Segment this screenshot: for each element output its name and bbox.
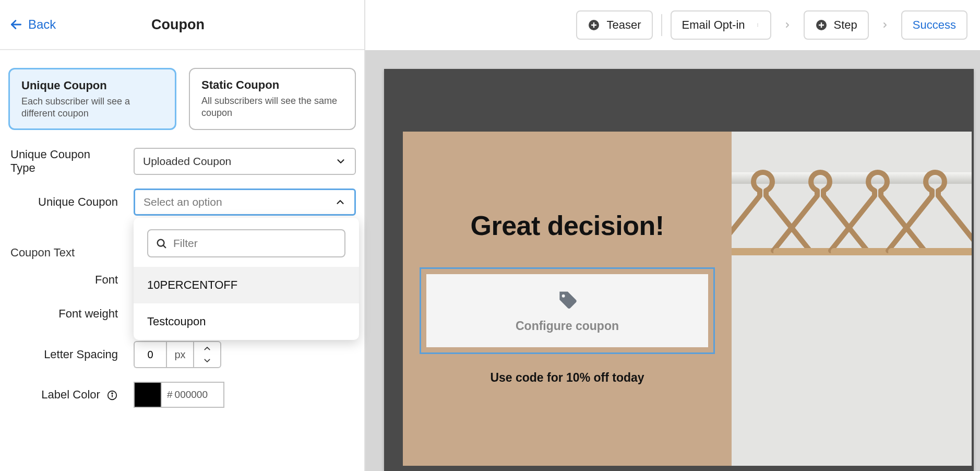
- label-unique-coupon: Unique Coupon: [8, 195, 134, 209]
- card-desc: All subscribers will see the same coupon: [201, 95, 343, 119]
- preview-modal: Great decision! Configure coupon Use cod…: [403, 132, 972, 466]
- svg-point-16: [562, 294, 565, 297]
- color-hex[interactable]: #000000: [161, 382, 224, 408]
- more-vert-icon: [756, 20, 760, 30]
- panel-header: Back Coupon: [0, 0, 364, 50]
- dropdown-option[interactable]: Testcoupon: [134, 303, 359, 340]
- label-letter-spacing: Letter Spacing: [8, 348, 134, 361]
- info-icon: [106, 390, 118, 401]
- back-button[interactable]: Back: [9, 17, 56, 32]
- select-unique-coupon-type[interactable]: Uploaded Coupon: [134, 148, 356, 175]
- svg-point-12: [757, 26, 758, 27]
- step-success[interactable]: Success: [901, 10, 967, 40]
- svg-line-2: [163, 245, 165, 248]
- chevron-down-icon: [203, 358, 211, 364]
- left-panel: Back Coupon Unique Coupon Each subscribe…: [0, 0, 365, 471]
- card-title: Unique Coupon: [21, 79, 163, 92]
- coupon-selection-outline: Configure coupon: [420, 267, 715, 354]
- chevron-down-icon: [335, 156, 346, 167]
- label-label-color: Label Color: [8, 388, 134, 402]
- unique-coupon-dropdown: 10PERCENTOFF Testcoupon: [134, 218, 359, 340]
- svg-point-10: [757, 23, 758, 24]
- arrow-left-icon: [9, 18, 23, 31]
- page-title: Coupon: [151, 17, 205, 33]
- configure-coupon-text: Configure coupon: [516, 319, 619, 333]
- label-font-weight: Font weight: [8, 307, 134, 321]
- row-unique-coupon: Unique Coupon Select an option: [8, 189, 356, 216]
- card-static-coupon[interactable]: Static Coupon All subscribers will see t…: [189, 68, 356, 130]
- chevron-right-icon: [783, 21, 792, 29]
- row-unique-coupon-type: Unique Coupon Type Uploaded Coupon: [8, 148, 356, 175]
- step-add-step[interactable]: Step: [804, 10, 869, 40]
- step-nav: Teaser Email Opt-in Step Success: [365, 0, 980, 50]
- stepper-up[interactable]: [194, 342, 220, 355]
- letter-spacing-unit: px: [166, 341, 193, 368]
- chevron-up-icon: [203, 345, 211, 351]
- svg-point-11: [757, 25, 758, 25]
- card-unique-coupon[interactable]: Unique Coupon Each subscriber will see a…: [8, 68, 176, 130]
- step-teaser[interactable]: Teaser: [576, 10, 652, 40]
- step-label: Teaser: [606, 18, 641, 32]
- select-placeholder: Select an option: [144, 196, 222, 208]
- step-divider: [661, 14, 662, 36]
- card-desc: Each subscriber will see a different cou…: [21, 96, 163, 119]
- card-title: Static Coupon: [201, 78, 343, 92]
- select-unique-coupon[interactable]: Select an option: [134, 189, 356, 216]
- step-chevron: [780, 17, 795, 33]
- plus-circle-icon: [815, 19, 828, 31]
- step-chevron: [877, 17, 893, 33]
- svg-rect-20: [888, 248, 972, 255]
- search-icon: [156, 238, 167, 249]
- plus-circle-icon: [588, 19, 600, 31]
- tag-icon: [556, 289, 579, 312]
- color-hex-value: 000000: [175, 389, 208, 401]
- dropdown-option[interactable]: 10PERCENTOFF: [134, 267, 359, 303]
- step-email-optin[interactable]: Email Opt-in: [671, 10, 771, 40]
- stepper-down[interactable]: [194, 355, 220, 367]
- panel-body: Unique Coupon Each subscriber will see a…: [0, 50, 364, 471]
- preview-modal-image: [732, 132, 972, 466]
- select-value: Uploaded Coupon: [143, 155, 231, 168]
- filter-input[interactable]: [173, 237, 337, 250]
- preview-frame: Great decision! Configure coupon Use cod…: [384, 69, 974, 471]
- color-swatch[interactable]: [134, 382, 161, 408]
- label-unique-coupon-type: Unique Coupon Type: [8, 148, 134, 175]
- step-label: Step: [834, 18, 857, 32]
- row-letter-spacing: Letter Spacing px: [8, 341, 356, 368]
- right-panel: Teaser Email Opt-in Step Success Great d…: [365, 0, 980, 471]
- svg-point-6: [112, 393, 113, 394]
- coupon-type-cards: Unique Coupon Each subscriber will see a…: [8, 68, 356, 130]
- preview-stage: Great decision! Configure coupon Use cod…: [365, 50, 980, 471]
- preview-subtitle: Use code for 10% off today: [490, 371, 644, 385]
- preview-modal-left: Great decision! Configure coupon Use cod…: [403, 132, 732, 466]
- label-font: Font: [8, 273, 134, 287]
- row-label-color: Label Color #000000: [8, 382, 356, 408]
- configure-coupon-box[interactable]: Configure coupon: [426, 274, 708, 347]
- chevron-up-icon: [334, 196, 346, 208]
- letter-spacing-stepper: px: [134, 341, 356, 368]
- filter-input-wrap[interactable]: [147, 229, 345, 257]
- letter-spacing-input[interactable]: [134, 341, 166, 368]
- hanger-icon: [883, 167, 972, 326]
- chevron-right-icon: [881, 21, 889, 29]
- label-color-text: Label Color: [41, 388, 100, 401]
- step-label: Email Opt-in: [682, 18, 745, 32]
- form-rows: Unique Coupon Type Uploaded Coupon Uniqu…: [8, 148, 356, 216]
- back-label: Back: [28, 17, 56, 32]
- preview-title: Great decision!: [470, 210, 664, 241]
- step-label: Success: [913, 18, 956, 32]
